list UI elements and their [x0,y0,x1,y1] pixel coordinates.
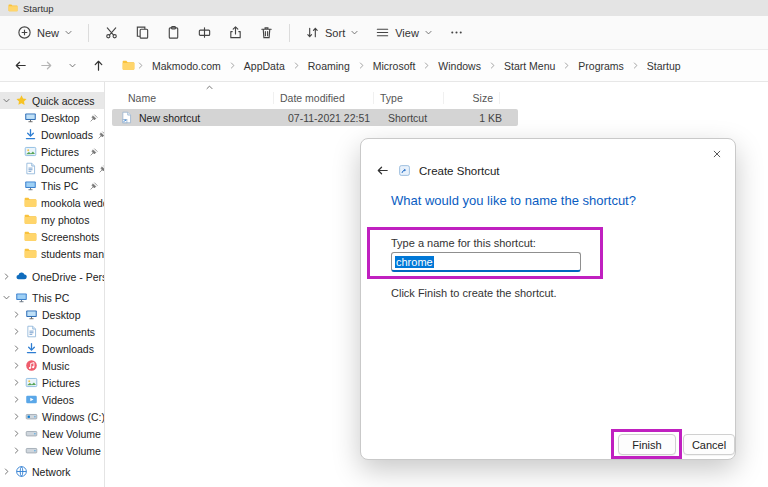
window-title: Startup [23,3,54,14]
star-icon [15,94,28,107]
sidebar-item-quick-access[interactable]: Quick access [0,92,104,109]
rename-button[interactable] [190,20,219,45]
view-button[interactable]: View [368,20,440,45]
delete-button[interactable] [252,20,281,45]
sidebar-item-pc-videos[interactable]: Videos [0,391,104,408]
chevron-right-icon[interactable] [2,467,11,476]
sidebar-item-this-pc-pinned[interactable]: This PC [0,177,104,194]
column-header-name[interactable]: Name [106,92,274,104]
breadcrumb-chevron-icon [488,61,497,70]
chevron-right-icon[interactable] [12,344,21,353]
breadcrumb-item[interactable]: AppData [238,57,291,75]
file-list-header: Name Date modified Type Size [106,88,500,108]
sidebar-item-drive-g[interactable]: New Volume (G:) [0,442,104,459]
more-options-button[interactable] [442,20,471,45]
rename-icon [197,25,212,40]
monitor-icon [15,291,28,304]
drive-icon [25,427,38,440]
chevron-right-icon[interactable] [2,272,11,281]
column-header-type[interactable]: Type [374,92,444,104]
shortcut-name-input[interactable]: chrome [391,252,581,272]
explorer-window: Startup New Sort [0,0,768,487]
file-size-cell: 1 KB [458,112,510,124]
chevron-down-icon[interactable] [2,96,11,105]
window-titlebar: Startup [0,0,768,16]
sidebar-item-drive-d[interactable]: New Volume (D:) [0,425,104,442]
sidebar-item-pc-documents[interactable]: Documents [0,323,104,340]
sidebar-item-label: Network [32,466,71,478]
chevron-right-icon[interactable] [12,361,21,370]
chevron-right-icon[interactable] [12,446,21,455]
dialog-back-button[interactable] [375,163,390,178]
chevron-down-icon[interactable] [2,293,11,302]
dialog-title: Create Shortcut [419,165,500,177]
copy-button[interactable] [128,20,157,45]
sidebar-item-label: Documents [41,163,94,175]
finish-button[interactable]: Finish [618,434,676,455]
sidebar-item-pc-pictures[interactable]: Pictures [0,374,104,391]
view-lines-icon [375,25,390,40]
sidebar-item-onedrive[interactable]: OneDrive - Personal [0,268,104,285]
chevron-right-icon[interactable] [12,310,21,319]
address-bar: Makmodo.com AppData Roaming Microsoft Wi… [0,50,768,82]
paste-button[interactable] [159,20,188,45]
sidebar-item-pc-downloads[interactable]: Downloads [0,340,104,357]
chevron-right-icon[interactable] [12,378,21,387]
breadcrumb-item[interactable]: Microsoft [367,57,422,75]
breadcrumb-item[interactable]: Windows [432,57,487,75]
sidebar-item-screenshots[interactable]: Screenshots [0,228,104,245]
sidebar-item-my-photos[interactable]: my photos [0,211,104,228]
trash-icon [259,25,274,40]
up-arrow-icon [91,58,106,73]
sidebar-item-pc-desktop[interactable]: Desktop [0,306,104,323]
explorer-toolbar: New Sort View [0,16,768,50]
chevron-down-icon [424,28,433,37]
view-button-label: View [395,27,419,39]
breadcrumb-item[interactable]: Programs [572,57,630,75]
folder-icon [24,196,37,209]
column-header-date-modified[interactable]: Date modified [274,92,374,104]
sidebar-item-downloads[interactable]: Downloads [0,126,104,143]
sidebar-item-this-pc[interactable]: This PC [0,289,104,306]
sidebar-item-pc-music[interactable]: Music [0,357,104,374]
sidebar-item-drive-c[interactable]: Windows (C:) [0,408,104,425]
download-icon [24,128,37,141]
sidebar-item-label: Documents [42,326,95,338]
recent-locations-button[interactable] [60,54,84,78]
copy-icon [135,25,150,40]
file-row-new-shortcut[interactable]: New shortcut 07-11-2021 22:51 Shortcut 1… [112,109,518,126]
sidebar-item-students-management[interactable]: students manageme [0,245,104,262]
cut-button[interactable] [97,20,126,45]
breadcrumb-item[interactable]: Makmodo.com [146,57,227,75]
forward-button[interactable] [34,54,58,78]
chevron-right-icon[interactable] [12,395,21,404]
breadcrumb-item[interactable]: Start Menu [498,57,561,75]
window-folder-icon [8,3,18,13]
share-button[interactable] [221,20,250,45]
clipboard-icon [166,25,181,40]
sort-button[interactable]: Sort [298,20,366,45]
back-button[interactable] [8,54,32,78]
sidebar-item-label: Pictures [41,146,79,158]
sidebar-item-label: Desktop [42,309,81,321]
sidebar-item-network[interactable]: Network [0,463,104,480]
sidebar-item-desktop[interactable]: Desktop [0,109,104,126]
chevron-right-icon[interactable] [12,412,21,421]
sidebar-item-mookola-wedd[interactable]: mookola wedd [0,194,104,211]
column-header-size[interactable]: Size [444,92,500,104]
sidebar-item-documents[interactable]: Documents [0,160,104,177]
chevron-right-icon[interactable] [12,429,21,438]
sidebar-item-pictures[interactable]: Pictures [0,143,104,160]
chevron-down-icon [64,28,73,37]
file-type-cell: Shortcut [388,112,458,124]
breadcrumb-item[interactable]: Roaming [302,57,356,75]
sidebar-item-label: Windows (C:) [42,411,104,423]
breadcrumb-item[interactable]: Startup [641,57,687,75]
sidebar-item-label: Downloads [41,129,93,141]
cancel-button[interactable]: Cancel [683,434,735,455]
new-button[interactable]: New [10,20,80,45]
up-button[interactable] [86,54,110,78]
close-button[interactable] [707,145,727,163]
download-icon [25,342,38,355]
chevron-right-icon[interactable] [12,327,21,336]
